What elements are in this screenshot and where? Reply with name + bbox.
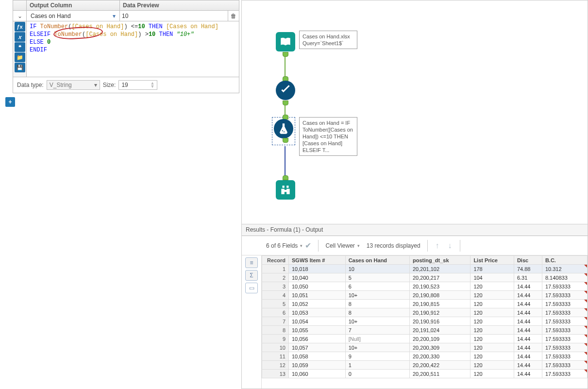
- fields-dropdown[interactable]: 6 of 6 Fields ▾ ✔: [266, 241, 311, 250]
- cell-item[interactable]: 10,040: [289, 273, 346, 282]
- view-tab-summary[interactable]: Σ: [245, 270, 258, 281]
- cell-disc[interactable]: 14.44: [514, 343, 542, 352]
- table-row[interactable]: 710,05410+20,190,91612014.4417.593333: [262, 317, 588, 326]
- cell-cases[interactable]: 7: [345, 326, 409, 335]
- cell-cases[interactable]: 10: [345, 265, 409, 273]
- table-row[interactable]: 310,050620,190,52312014.4417.593333: [262, 282, 588, 291]
- cell-disc[interactable]: 14.44: [514, 335, 542, 343]
- table-row[interactable]: 810,055720,191,02412014.4417.593333: [262, 326, 588, 335]
- cell-bc[interactable]: 17.593333: [542, 370, 587, 378]
- cell-rec[interactable]: 13: [262, 370, 289, 378]
- cell-list[interactable]: 178: [470, 265, 514, 273]
- input-data-tool[interactable]: [276, 32, 295, 51]
- cell-list[interactable]: 120: [470, 361, 514, 370]
- cell-item[interactable]: 10,056: [289, 335, 346, 343]
- cell-list[interactable]: 120: [470, 317, 514, 326]
- col-bc[interactable]: B.C.: [542, 256, 587, 265]
- cell-posting[interactable]: 20,190,916: [410, 317, 470, 326]
- table-row[interactable]: 510,052820,190,81512014.4417.593333: [262, 300, 588, 308]
- cell-item[interactable]: 10,018: [289, 265, 346, 273]
- col-sgws-item[interactable]: SGWS Item #: [289, 256, 346, 265]
- workflow-canvas[interactable]: Cases on Hand.xlsx Query=`Sheet1$` Cases…: [242, 0, 588, 224]
- cell-item[interactable]: 10,055: [289, 326, 346, 335]
- size-input[interactable]: 19 ▲▼: [118, 80, 157, 90]
- output-anchor[interactable]: [283, 52, 288, 57]
- cell-list[interactable]: 120: [470, 300, 514, 308]
- cell-cases[interactable]: 8: [345, 308, 409, 317]
- cell-cases[interactable]: 10+: [345, 291, 409, 300]
- expand-chevron-icon[interactable]: ⌄: [13, 11, 27, 21]
- cell-disc[interactable]: 14.44: [514, 291, 542, 300]
- cell-list[interactable]: 120: [470, 291, 514, 300]
- cell-rec[interactable]: 10: [262, 343, 289, 352]
- cell-rec[interactable]: 6: [262, 308, 289, 317]
- functions-button[interactable]: ƒx: [15, 22, 25, 32]
- cell-item[interactable]: 10,050: [289, 282, 346, 291]
- table-row[interactable]: 1210,059120,200,42212014.4417.593333: [262, 361, 588, 370]
- cell-bc[interactable]: 17.593333: [542, 300, 587, 308]
- cell-bc[interactable]: 17.593333: [542, 352, 587, 361]
- cell-item[interactable]: 10,059: [289, 361, 346, 370]
- col-disc[interactable]: Disc: [514, 256, 542, 265]
- cell-posting[interactable]: 20,201,102: [410, 265, 470, 273]
- select-tool[interactable]: [276, 81, 295, 100]
- cell-bc[interactable]: 17.593333: [542, 326, 587, 335]
- table-row[interactable]: 610,053820,190,91212014.4417.593333: [262, 308, 588, 317]
- cell-disc[interactable]: 74.88: [514, 265, 542, 273]
- table-row[interactable]: 910,056[Null]20,200,10912014.4417.593333: [262, 335, 588, 343]
- cell-rec[interactable]: 9: [262, 335, 289, 343]
- cell-disc[interactable]: 14.44: [514, 326, 542, 335]
- cell-item[interactable]: 10,054: [289, 317, 346, 326]
- cell-viewer-dropdown[interactable]: Cell Viewer ▾: [325, 242, 359, 249]
- cell-disc[interactable]: 14.44: [514, 300, 542, 308]
- cell-rec[interactable]: 1: [262, 265, 289, 273]
- cell-item[interactable]: 10,060: [289, 370, 346, 378]
- down-arrow-button[interactable]: ↓: [447, 241, 453, 250]
- cell-rec[interactable]: 12: [262, 361, 289, 370]
- cell-cases[interactable]: 6: [345, 282, 409, 291]
- cell-posting[interactable]: 20,200,330: [410, 352, 470, 361]
- col-record[interactable]: Record: [262, 256, 289, 265]
- cell-list[interactable]: 120: [470, 343, 514, 352]
- cell-cases[interactable]: 10+: [345, 343, 409, 352]
- cell-cases[interactable]: [Null]: [345, 335, 409, 343]
- open-button[interactable]: 📁: [15, 52, 25, 62]
- cell-rec[interactable]: 2: [262, 273, 289, 282]
- cell-list[interactable]: 120: [470, 308, 514, 317]
- col-posting-dt-sk[interactable]: posting_dt_sk: [410, 256, 470, 265]
- up-arrow-button[interactable]: ↑: [435, 241, 440, 250]
- cell-list[interactable]: 120: [470, 282, 514, 291]
- cell-bc[interactable]: 17.593333: [542, 335, 587, 343]
- cell-cases[interactable]: 9: [345, 352, 409, 361]
- delete-expression-button[interactable]: 🗑: [228, 11, 239, 21]
- cell-disc[interactable]: 14.44: [514, 352, 542, 361]
- cell-disc[interactable]: 14.44: [514, 308, 542, 317]
- expression-editor[interactable]: IF ToNumber([Cases on Hand]) <=10 THEN […: [27, 21, 239, 77]
- cell-rec[interactable]: 11: [262, 352, 289, 361]
- cell-posting[interactable]: 20,200,511: [410, 370, 470, 378]
- cell-bc[interactable]: 17.593333: [542, 343, 587, 352]
- cell-cases[interactable]: 5: [345, 273, 409, 282]
- input-anchor[interactable]: [283, 175, 288, 180]
- cell-posting[interactable]: 20,191,024: [410, 326, 470, 335]
- columns-button[interactable]: 𝑥: [15, 32, 25, 42]
- cell-list[interactable]: 120: [470, 326, 514, 335]
- cell-posting[interactable]: 20,200,422: [410, 361, 470, 370]
- cell-posting[interactable]: 20,190,523: [410, 282, 470, 291]
- table-row[interactable]: 110,0181020,201,10217874.8810.312: [262, 265, 588, 273]
- cell-posting[interactable]: 20,200,109: [410, 335, 470, 343]
- cell-disc[interactable]: 14.44: [514, 361, 542, 370]
- table-row[interactable]: 210,040520,200,2171046.318.140833: [262, 273, 588, 282]
- cell-list[interactable]: 120: [470, 352, 514, 361]
- messages-button[interactable]: ❝: [15, 42, 25, 52]
- table-row[interactable]: 1310,060020,200,51112014.4417.593333: [262, 370, 588, 378]
- output-anchor[interactable]: [283, 101, 288, 105]
- cell-list[interactable]: 120: [470, 370, 514, 378]
- table-row[interactable]: 1110,058920,200,33012014.4417.593333: [262, 352, 588, 361]
- cell-bc[interactable]: 17.593333: [542, 282, 587, 291]
- save-button[interactable]: 💾: [15, 63, 25, 72]
- cell-bc[interactable]: 10.312: [542, 265, 587, 273]
- cell-bc[interactable]: 17.593333: [542, 291, 587, 300]
- cell-cases[interactable]: 8: [345, 300, 409, 308]
- cell-item[interactable]: 10,057: [289, 343, 346, 352]
